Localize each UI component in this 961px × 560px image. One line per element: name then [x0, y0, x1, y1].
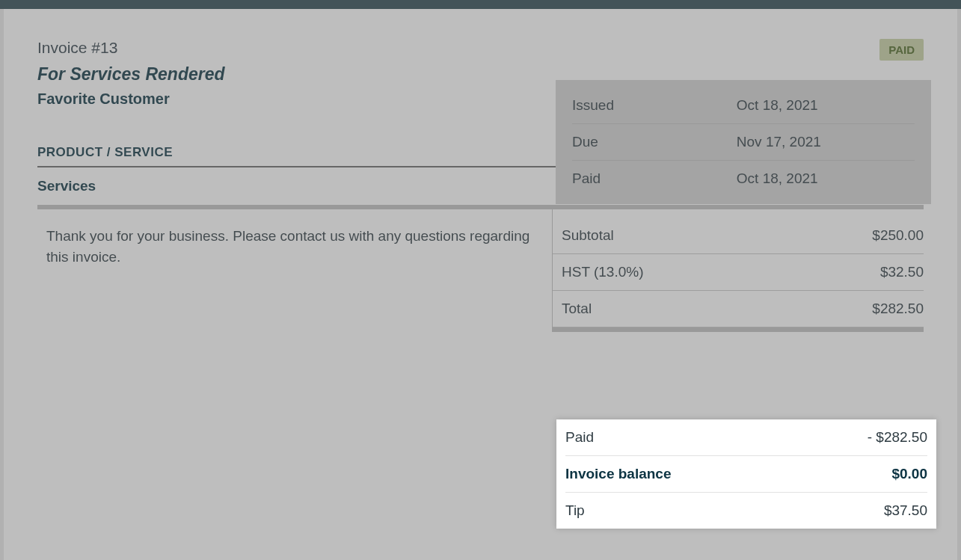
- invoice-note: Thank you for your business. Please cont…: [37, 209, 553, 332]
- tip-value: $37.50: [884, 502, 927, 519]
- invoice-subtitle: For Services Rendered: [37, 64, 225, 84]
- subtotal-value: $250.00: [872, 227, 924, 244]
- tip-label: Tip: [565, 502, 585, 519]
- meta-paid-row: Paid Oct 18, 2021: [572, 161, 915, 197]
- meta-issued-value: Oct 18, 2021: [737, 97, 915, 114]
- balance-value: $0.00: [891, 466, 927, 482]
- meta-due-row: Due Nov 17, 2021: [572, 124, 915, 161]
- paid-label: Paid: [565, 429, 594, 446]
- total-value: $282.50: [872, 301, 924, 317]
- paid-value: - $282.50: [868, 429, 927, 446]
- meta-due-value: Nov 17, 2021: [737, 134, 915, 150]
- col-product-header: PRODUCT / SERVICE: [37, 145, 497, 160]
- total-label: Total: [562, 301, 592, 317]
- totals-column: Subtotal $250.00 HST (13.0%) $32.50 Tota…: [553, 209, 924, 332]
- line-item-name: Services: [37, 178, 497, 194]
- subtotal-row: Subtotal $250.00: [553, 209, 924, 254]
- header-left: Invoice #13 For Services Rendered Favori…: [37, 39, 225, 108]
- meta-due-label: Due: [572, 134, 737, 150]
- meta-paid-label: Paid: [572, 170, 737, 187]
- balance-highlight-panel: Paid - $282.50 Invoice balance $0.00 Tip…: [556, 419, 936, 529]
- tax-row: HST (13.0%) $32.50: [553, 254, 924, 291]
- tax-label: HST (13.0%): [562, 264, 643, 280]
- balance-row: Invoice balance $0.00: [565, 456, 927, 493]
- totals-divider: [553, 327, 924, 332]
- paid-row: Paid - $282.50: [565, 419, 927, 456]
- invoice-number: Invoice #13: [37, 39, 225, 57]
- meta-issued-label: Issued: [572, 97, 737, 114]
- subtotal-label: Subtotal: [562, 227, 614, 244]
- status-badge: PAID: [879, 39, 924, 61]
- total-row: Total $282.50: [553, 291, 924, 327]
- balance-label: Invoice balance: [565, 466, 672, 482]
- tip-row: Tip $37.50: [565, 493, 927, 529]
- customer-name: Favorite Customer: [37, 90, 225, 108]
- tax-value: $32.50: [880, 264, 924, 280]
- meta-paid-value: Oct 18, 2021: [737, 170, 915, 187]
- top-bar: [0, 0, 961, 9]
- meta-issued-row: Issued Oct 18, 2021: [572, 87, 915, 124]
- meta-panel: Issued Oct 18, 2021 Due Nov 17, 2021 Pai…: [556, 80, 931, 204]
- bottom-section: Thank you for your business. Please cont…: [37, 209, 924, 332]
